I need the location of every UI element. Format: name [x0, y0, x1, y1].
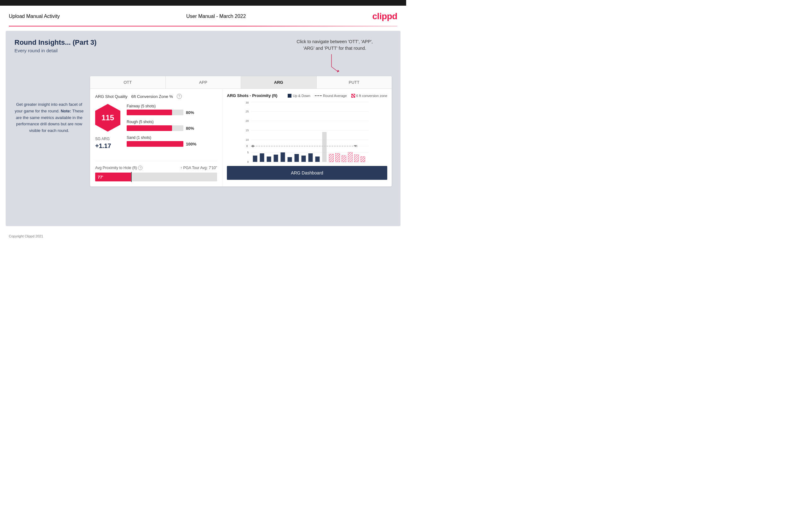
bar-inline-0: 80% — [127, 110, 217, 115]
bar-label-1: Rough (5 shots) — [127, 120, 217, 124]
section-subtitle: Every round in detail — [14, 48, 96, 53]
bar-track-0 — [127, 110, 184, 115]
question-icon-2: ? — [138, 166, 142, 170]
annotation-text: Click to navigate between 'OTT', 'APP','… — [297, 39, 373, 52]
sg-value: +1.17 — [95, 142, 120, 150]
bar-label-0: Fairway (5 shots) — [127, 104, 217, 108]
svg-rect-33 — [322, 132, 327, 162]
header-divider — [9, 26, 397, 26]
svg-rect-23 — [253, 156, 257, 162]
legend-item-avg: Round Average — [315, 94, 347, 98]
svg-text:5: 5 — [247, 151, 249, 154]
tab-app[interactable]: APP — [166, 76, 241, 89]
svg-rect-35 — [329, 154, 334, 162]
svg-rect-28 — [288, 157, 292, 162]
card-inner: ARG Shot Quality 6ft Conversion Zone % ?… — [90, 89, 392, 186]
bar-row-1: Rough (5 shots) 80% — [127, 120, 217, 131]
bar-track-2 — [127, 141, 184, 147]
bars-section: Fairway (5 shots) 80% Rough (5 shots) 80… — [127, 104, 217, 151]
hexagon-score: 115 — [95, 104, 120, 132]
legend-avg-label: Round Average — [323, 94, 347, 98]
section-title: Round Insights... (Part 3) — [14, 39, 96, 47]
svg-marker-20 — [251, 145, 255, 148]
six-ft-label: 6ft Conversion Zone % — [132, 94, 173, 99]
arg-chart: 0 5 8 10 15 20 25 30 — [227, 101, 387, 163]
footer: Copyright Clippd 2021 — [0, 230, 406, 242]
svg-line-1 — [332, 67, 338, 71]
proximity-section: Avg Proximity to Hole (ft) ? ↑ PGA Tour … — [95, 161, 217, 181]
legend-updown-label: Up & Down — [293, 94, 310, 98]
chart-area: 0 5 8 10 15 20 25 30 — [227, 101, 387, 163]
tab-putt[interactable]: PUTT — [317, 76, 392, 89]
svg-rect-38 — [348, 153, 353, 162]
main-content: Round Insights... (Part 3) Every round i… — [6, 31, 401, 226]
bar-pct-2: 100% — [186, 142, 196, 147]
legend-6ft-label: 6 ft conversion zone — [356, 94, 387, 98]
proximity-bar-track: 77' — [95, 173, 217, 181]
legend-hatched-icon — [351, 94, 355, 98]
main-card: OTT APP ARG PUTT ARG Shot Quality 6ft — [90, 76, 392, 186]
svg-text:15: 15 — [246, 129, 249, 132]
top-bar — [0, 0, 406, 6]
bar-inline-1: 80% — [127, 125, 217, 131]
left-panel: ARG Shot Quality 6ft Conversion Zone % ?… — [90, 89, 222, 186]
tab-ott[interactable]: OTT — [90, 76, 166, 89]
manual-date-label: User Manual - March 2022 — [186, 13, 246, 19]
proximity-cursor — [131, 172, 132, 182]
note-label: Note: — [61, 109, 71, 113]
bar-label-2: Sand (1 shots) — [127, 135, 217, 140]
arg-dashboard-button[interactable]: ARG Dashboard — [227, 166, 387, 180]
proximity-header: Avg Proximity to Hole (ft) ? ↑ PGA Tour … — [95, 166, 217, 170]
proximity-bar-fill: 77' — [95, 173, 132, 181]
pga-avg: ↑ PGA Tour Avg: 7'10" — [180, 166, 217, 170]
nav-annotation: Click to navigate between 'OTT', 'APP','… — [297, 39, 392, 73]
bar-fill-2 — [127, 141, 184, 147]
svg-rect-29 — [295, 154, 299, 162]
tab-arg[interactable]: ARG — [241, 76, 317, 89]
tabs-bar: OTT APP ARG PUTT — [90, 76, 392, 89]
bar-row-2: Sand (1 shots) 100% — [127, 135, 217, 147]
right-panel-header: ARG Shots - Proximity (ft) Up & Down Rou… — [227, 93, 387, 98]
svg-rect-26 — [274, 155, 278, 162]
svg-text:8: 8 — [246, 145, 248, 148]
svg-rect-32 — [315, 157, 320, 162]
svg-rect-40 — [361, 157, 365, 162]
legend-dashed-icon — [315, 96, 322, 96]
svg-text:0: 0 — [247, 160, 249, 163]
legend: Up & Down Round Average 6 ft conversion … — [288, 94, 387, 98]
proximity-label: Avg Proximity to Hole (ft) — [95, 166, 137, 170]
svg-rect-37 — [342, 156, 346, 162]
svg-rect-31 — [308, 153, 313, 162]
card-wrapper: Get greater insight into each facet of y… — [14, 76, 392, 186]
svg-text:25: 25 — [246, 110, 249, 113]
copyright: Copyright Clippd 2021 — [9, 234, 43, 238]
svg-text:10: 10 — [246, 138, 249, 142]
question-icon: ? — [177, 94, 182, 99]
hexagon-container: 115 SG ARG +1.17 — [95, 104, 120, 150]
svg-rect-30 — [302, 156, 306, 162]
svg-rect-27 — [281, 153, 285, 162]
svg-text:8: 8 — [356, 145, 358, 148]
bar-pct-0: 80% — [186, 110, 194, 115]
header: Upload Manual Activity User Manual - Mar… — [0, 6, 406, 26]
svg-text:20: 20 — [246, 119, 249, 122]
legend-square-icon — [288, 94, 292, 98]
annotation-arrow — [325, 54, 344, 73]
svg-rect-25 — [267, 157, 271, 162]
logo: clippd — [372, 11, 397, 21]
panel-header: ARG Shot Quality 6ft Conversion Zone % ? — [95, 94, 217, 99]
legend-item-6ft: 6 ft conversion zone — [351, 94, 387, 98]
svg-text:30: 30 — [246, 101, 249, 104]
bar-fill-1 — [127, 125, 172, 131]
bar-track-1 — [127, 125, 184, 131]
upload-label: Upload Manual Activity — [9, 13, 60, 19]
left-description: Get greater insight into each facet of y… — [14, 76, 84, 186]
legend-item-updown: Up & Down — [288, 94, 310, 98]
sg-label: SG ARG — [95, 137, 120, 141]
bar-fill-0 — [127, 110, 172, 115]
bar-pct-1: 80% — [186, 126, 194, 131]
bar-inline-2: 100% — [127, 141, 217, 147]
bar-row-0: Fairway (5 shots) 80% — [127, 104, 217, 115]
svg-rect-39 — [354, 155, 359, 162]
svg-rect-36 — [336, 153, 340, 162]
